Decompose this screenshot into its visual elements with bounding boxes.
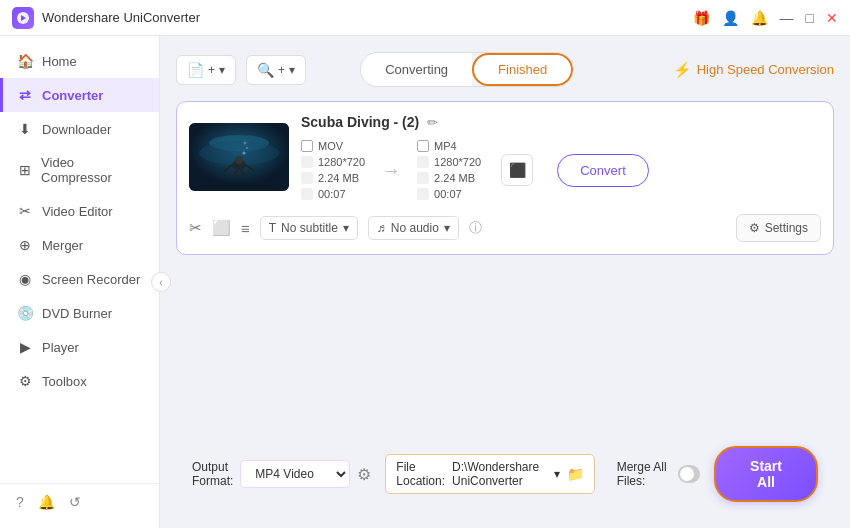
- source-format: MOV: [301, 140, 365, 152]
- folder-icon[interactable]: 📁: [567, 466, 584, 482]
- sidebar-label-home: Home: [42, 54, 77, 69]
- add-files-chevron: ▾: [219, 63, 225, 77]
- tab-finished[interactable]: Finished: [472, 53, 573, 86]
- source-size: 2.24 MB: [301, 172, 365, 184]
- target-size: 2.24 MB: [417, 172, 481, 184]
- app-body: 🏠 Home ⇄ Converter ⬇ Downloader ⊞ Video …: [0, 36, 850, 528]
- title-bar-icons: 🎁 👤 🔔 — □ ✕: [693, 10, 838, 26]
- target-format-icon: [417, 140, 429, 152]
- refresh-icon[interactable]: ↺: [69, 494, 81, 510]
- bottom-bar: Output Format: MP4 Video ⚙ File Location…: [176, 436, 834, 512]
- target-resolution-icon: [417, 156, 429, 168]
- sidebar-item-screen-recorder[interactable]: ◉ Screen Recorder: [0, 262, 159, 296]
- audio-icon: ♬: [377, 221, 386, 235]
- export-settings-icon[interactable]: ⬛: [501, 154, 533, 186]
- convert-button[interactable]: Convert: [557, 154, 649, 187]
- effects-icon[interactable]: ≡: [241, 220, 250, 237]
- downloader-icon: ⬇: [16, 121, 34, 137]
- output-format-group: Output Format: MP4 Video ⚙: [192, 460, 371, 488]
- high-speed-conversion-button[interactable]: ⚡ High Speed Conversion: [673, 61, 834, 79]
- start-all-button[interactable]: Start All: [714, 446, 818, 502]
- subtitle-chevron: ▾: [343, 221, 349, 235]
- add-settings-chevron: ▾: [289, 63, 295, 77]
- sidebar-collapse-button[interactable]: ‹: [151, 272, 171, 292]
- target-resolution-label: 1280*720: [434, 156, 481, 168]
- toolbox-icon: ⚙: [16, 373, 34, 389]
- maximize-icon[interactable]: □: [806, 10, 814, 26]
- high-speed-label: High Speed Conversion: [697, 62, 834, 77]
- file-info: Scuba Diving - (2) ✏ MOV 128: [301, 114, 821, 200]
- tab-group: Converting Finished: [360, 52, 574, 87]
- target-format-box: MP4 1280*720 2.24 MB: [417, 140, 481, 200]
- cut-icon[interactable]: ✂: [189, 219, 202, 237]
- sidebar-label-merger: Merger: [42, 238, 83, 253]
- minimize-icon[interactable]: —: [780, 10, 794, 26]
- sidebar: 🏠 Home ⇄ Converter ⬇ Downloader ⊞ Video …: [0, 36, 160, 528]
- file-location-value: D:\Wondershare UniConverter: [452, 460, 547, 488]
- output-format-select[interactable]: MP4 Video: [240, 460, 350, 488]
- settings-button[interactable]: ⚙ Settings: [736, 214, 821, 242]
- content-area: 📄 + ▾ 🔍 + ▾ Converting Finished ⚡ High S…: [160, 36, 850, 528]
- subtitle-select[interactable]: T No subtitle ▾: [260, 216, 358, 240]
- sidebar-item-merger[interactable]: ⊕ Merger: [0, 228, 159, 262]
- sidebar-label-player: Player: [42, 340, 79, 355]
- speed-icon: ⚡: [673, 61, 692, 79]
- app-logo: [12, 7, 34, 29]
- crop-icon[interactable]: ⬜: [212, 219, 231, 237]
- add-settings-button[interactable]: 🔍 + ▾: [246, 55, 306, 85]
- target-format-label: MP4: [434, 140, 457, 152]
- notification-icon[interactable]: 🔔: [38, 494, 55, 510]
- sidebar-label-dvd-burner: DVD Burner: [42, 306, 112, 321]
- arrow-right-icon: →: [375, 159, 407, 182]
- source-format-box: MOV 1280*720 2.24 MB: [301, 140, 365, 200]
- add-files-label: +: [208, 63, 215, 77]
- settings-gear-icon: ⚙: [749, 221, 760, 235]
- output-format-icon[interactable]: ⚙: [357, 465, 371, 484]
- file-location-label: File Location:: [396, 460, 445, 488]
- file-thumbnail: [189, 123, 289, 191]
- sidebar-item-toolbox[interactable]: ⚙ Toolbox: [0, 364, 159, 398]
- sidebar-item-home[interactable]: 🏠 Home: [0, 44, 159, 78]
- info-icon[interactable]: ⓘ: [469, 219, 482, 237]
- sidebar-item-player[interactable]: ▶ Player: [0, 330, 159, 364]
- add-files-button[interactable]: 📄 + ▾: [176, 55, 236, 85]
- sidebar-label-downloader: Downloader: [42, 122, 111, 137]
- merger-icon: ⊕: [16, 237, 34, 253]
- settings-label: Settings: [765, 221, 808, 235]
- audio-select[interactable]: ♬ No audio ▾: [368, 216, 459, 240]
- bell-icon[interactable]: 🔔: [751, 10, 768, 26]
- subtitle-label: No subtitle: [281, 221, 338, 235]
- player-icon: ▶: [16, 339, 34, 355]
- source-size-icon: [301, 172, 313, 184]
- svg-point-13: [244, 142, 247, 145]
- edit-icon[interactable]: ✏: [427, 115, 438, 130]
- conversion-row: MOV 1280*720 2.24 MB: [301, 140, 821, 200]
- video-editor-icon: ✂: [16, 203, 34, 219]
- file-location-chevron[interactable]: ▾: [554, 467, 560, 481]
- sidebar-item-video-compressor[interactable]: ⊞ Video Compressor: [0, 146, 159, 194]
- merge-toggle[interactable]: [678, 465, 700, 483]
- help-icon[interactable]: ?: [16, 494, 24, 510]
- source-duration-label: 00:07: [318, 188, 346, 200]
- sidebar-item-converter[interactable]: ⇄ Converter: [0, 78, 159, 112]
- user-icon[interactable]: 👤: [722, 10, 739, 26]
- gift-icon[interactable]: 🎁: [693, 10, 710, 26]
- svg-point-10: [235, 156, 243, 164]
- file-card: Scuba Diving - (2) ✏ MOV 128: [176, 101, 834, 255]
- sidebar-item-dvd-burner[interactable]: 💿 DVD Burner: [0, 296, 159, 330]
- file-card-top: Scuba Diving - (2) ✏ MOV 128: [189, 114, 821, 200]
- file-title-row: Scuba Diving - (2) ✏: [301, 114, 821, 130]
- close-icon[interactable]: ✕: [826, 10, 838, 26]
- source-duration: 00:07: [301, 188, 365, 200]
- source-duration-icon: [301, 188, 313, 200]
- tab-converting[interactable]: Converting: [361, 53, 472, 86]
- svg-point-12: [246, 147, 248, 149]
- audio-chevron: ▾: [444, 221, 450, 235]
- sidebar-item-video-editor[interactable]: ✂ Video Editor: [0, 194, 159, 228]
- target-duration-icon: [417, 188, 429, 200]
- add-files-icon: 📄: [187, 62, 204, 78]
- sidebar-label-video-compressor: Video Compressor: [41, 155, 143, 185]
- target-size-label: 2.24 MB: [434, 172, 475, 184]
- sidebar-item-downloader[interactable]: ⬇ Downloader: [0, 112, 159, 146]
- app-title: Wondershare UniConverter: [42, 10, 693, 25]
